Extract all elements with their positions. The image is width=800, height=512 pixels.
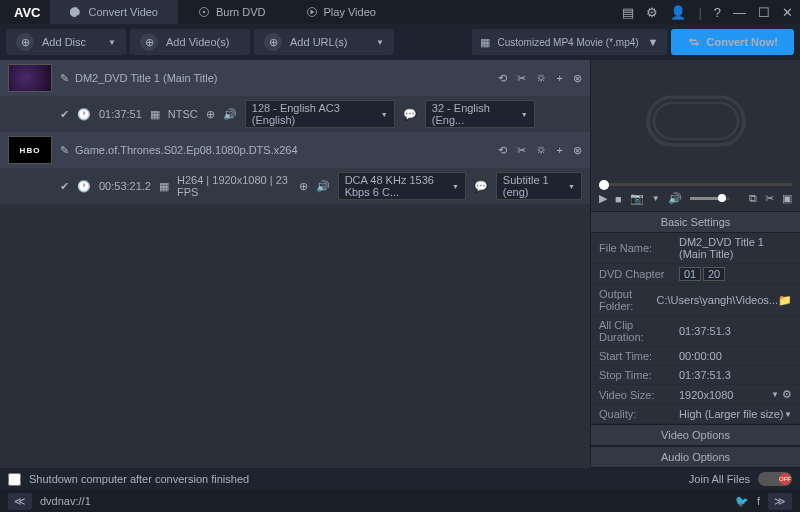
item-title-text: DM2_DVD Title 1 (Main Title) [75,72,217,84]
remove-icon[interactable]: ⊗ [573,144,582,157]
tab-burn-dvd[interactable]: Burn DVD [178,0,286,24]
disc-plus-icon: ⊕ [16,33,34,51]
maximize-icon[interactable]: ☐ [755,5,773,20]
seek-bar[interactable] [599,183,792,187]
list-item[interactable]: HBO ✎ Game.of.Thrones.S02.Ep08.1080p.DTS… [0,132,590,204]
gear-icon[interactable]: ⚙ [782,388,792,401]
player-controls: ▶ ■ 📷 ▼ 🔊 ⧉ ✂ ▣ [591,186,800,211]
audio-icon: 🔊 [223,108,237,121]
subtitle-icon: 💬 [474,180,488,193]
tab-label: Play Video [324,6,376,18]
audio-track-select[interactable]: DCA 48 KHz 1536 Kbps 6 C...▼ [338,172,466,200]
facebook-icon[interactable]: f [757,495,760,507]
list-item[interactable]: ✎ DM2_DVD Title 1 (Main Title) ⟲ ✂ ⛭ + ⊗… [0,60,590,132]
film-icon: ▦ [159,180,169,193]
add-icon[interactable]: + [557,144,563,156]
crop-icon[interactable]: ▣ [782,192,792,205]
svg-point-1 [203,11,205,13]
audio-options-header[interactable]: Audio Options [591,446,800,468]
tab-convert-video[interactable]: Convert Video [50,0,178,24]
gear-icon[interactable]: ⚙ [643,5,661,20]
chevron-down-icon: ▼ [648,36,659,48]
shutdown-checkbox[interactable] [8,473,21,486]
cut-icon[interactable]: ✂ [765,192,774,205]
side-panel: ▶ ■ 📷 ▼ 🔊 ⧉ ✂ ▣ Basic Settings File Name… [590,60,800,468]
list-icon[interactable]: ▤ [619,5,637,20]
svg-rect-4 [654,103,738,139]
add-disc-button[interactable]: ⊕ Add Disc ▼ [6,29,126,55]
app-logo: AVC [4,5,50,20]
folder-icon[interactable]: 📁 [778,294,792,307]
effects-icon[interactable]: ⛭ [536,72,547,84]
join-all-label: Join All Files [689,473,750,485]
preview-area [591,60,800,183]
thumbnail [8,64,52,92]
window-controls: ▤ ⚙ 👤 | ? — ☐ ✕ [619,5,796,20]
next-button[interactable]: ≫ [768,493,792,510]
chapter-from-input[interactable]: 01 [679,267,701,281]
add-videos-button[interactable]: ⊕ Add Video(s) [130,29,250,55]
add-urls-button[interactable]: ⊕ Add URL(s) ▼ [254,29,394,55]
chapter-to-input[interactable]: 20 [703,267,725,281]
stop-icon[interactable]: ■ [615,193,622,205]
toolbar: ⊕ Add Disc ▼ ⊕ Add Video(s) ⊕ Add URL(s)… [0,24,800,60]
link-icon[interactable]: ⧉ [749,192,757,205]
subtitle-select[interactable]: 32 - English (Eng...▼ [425,100,535,128]
refresh-icon [70,6,82,18]
thumbnail: HBO [8,136,52,164]
video-size-row: Video Size:1920x1080▼ ⚙ [591,385,800,405]
video-list: ✎ DM2_DVD Title 1 (Main Title) ⟲ ✂ ⛭ + ⊗… [0,60,590,468]
refresh-icon[interactable]: ⟲ [498,144,507,157]
minimize-icon[interactable]: — [730,5,749,20]
edit-icon[interactable]: ✎ [60,144,69,157]
video-options-header[interactable]: Video Options [591,424,800,446]
remove-icon[interactable]: ⊗ [573,72,582,85]
cut-icon[interactable]: ✂ [517,144,526,157]
duration-text: 00:53:21.2 [99,180,151,192]
titlebar: AVC Convert Video Burn DVD Play Video ▤ … [0,0,800,24]
user-icon[interactable]: 👤 [667,5,689,20]
edit-icon[interactable]: ✎ [60,72,69,85]
audio-icon: 🔊 [316,180,330,193]
output-profile-select[interactable]: ▦ Customized MP4 Movie (*.mp4) ▼ [472,29,667,55]
globe-plus-icon: ⊕ [264,33,282,51]
twitter-icon[interactable]: 🐦 [735,495,749,508]
film-icon: ▦ [480,36,490,49]
volume-icon[interactable]: 🔊 [668,192,682,205]
disc-icon [198,6,210,18]
clock-icon: 🕐 [77,108,91,121]
tab-label: Burn DVD [216,6,266,18]
basic-settings-header[interactable]: Basic Settings [591,211,800,233]
cut-icon[interactable]: ✂ [517,72,526,85]
format-text: H264 | 1920x1080 | 23 FPS [177,174,291,198]
chevron-down-icon: ▼ [376,38,384,47]
status-bar: ≪ dvdnav://1 🐦 f ≫ [0,490,800,512]
film-plus-icon: ⊕ [140,33,158,51]
add-icon[interactable]: + [557,72,563,84]
audio-track-select[interactable]: 128 - English AC3 (English)▼ [245,100,395,128]
snapshot-icon[interactable]: 📷 [630,192,644,205]
join-all-toggle[interactable]: OFF [758,472,792,486]
play-icon[interactable]: ▶ [599,192,607,205]
clock-icon: 🕐 [77,180,91,193]
play-icon [306,6,318,18]
prev-button[interactable]: ≪ [8,493,32,510]
volume-slider[interactable] [690,197,730,200]
filmstrip-icon [636,71,756,171]
tab-play-video[interactable]: Play Video [286,0,396,24]
convert-icon [687,35,701,49]
stop-time-row: Stop Time:01:37:51.3 [591,366,800,385]
help-icon[interactable]: ? [711,5,724,20]
refresh-icon[interactable]: ⟲ [498,72,507,85]
tab-label: Convert Video [88,6,158,18]
footer-bar: Shutdown computer after conversion finis… [0,468,800,490]
convert-now-button[interactable]: Convert Now! [671,29,795,55]
check-icon[interactable]: ✔ [60,108,69,121]
effects-icon[interactable]: ⛭ [536,144,547,156]
clip-duration-row: All Clip Duration:01:37:51.3 [591,316,800,347]
close-icon[interactable]: ✕ [779,5,796,20]
subtitle-select[interactable]: Subtitle 1 (eng)▼ [496,172,582,200]
check-icon[interactable]: ✔ [60,180,69,193]
globe-icon: ⊕ [299,180,308,193]
globe-icon: ⊕ [206,108,215,121]
